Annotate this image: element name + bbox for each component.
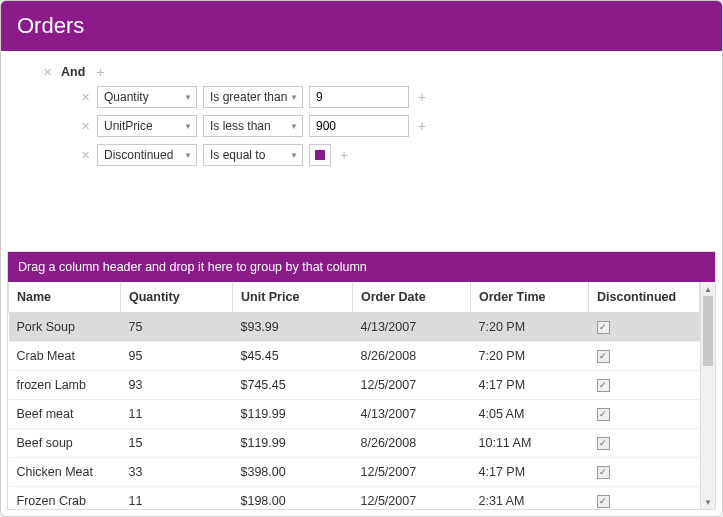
grid-area: Drag a column header and drop it here to… [7,251,716,510]
cell-discontinued[interactable]: ✓ [589,428,700,457]
group-operator-label[interactable]: And [61,65,85,79]
cell-discontinued[interactable]: ✓ [589,457,700,486]
vertical-scrollbar[interactable]: ▲ ▼ [700,282,715,509]
filter-condition-row: ✕UnitPrice▼Is less than▼+ [79,114,702,138]
cell-discontinued[interactable]: ✓ [589,341,700,370]
cell-name[interactable]: Beef soup [9,428,121,457]
cell-quantity[interactable]: 95 [121,341,233,370]
column-header[interactable]: Quantity [121,282,233,312]
color-swatch-icon [315,150,325,160]
remove-group-button[interactable]: ✕ [41,66,53,79]
cell-order-time[interactable]: 10:11 AM [471,428,589,457]
discontinued-checkbox[interactable]: ✓ [597,350,610,363]
chevron-down-icon: ▼ [184,151,192,160]
cell-unit-price[interactable]: $93.99 [233,312,353,341]
cell-order-date[interactable]: 8/26/2008 [353,341,471,370]
value-input[interactable] [309,86,409,108]
add-sibling-condition-button[interactable]: + [337,148,351,162]
column-header[interactable]: Name [9,282,121,312]
field-dropdown[interactable]: Quantity▼ [97,86,197,108]
cell-order-time[interactable]: 4:17 PM [471,457,589,486]
cell-discontinued[interactable]: ✓ [589,486,700,509]
cell-order-time[interactable]: 4:05 AM [471,399,589,428]
cell-name[interactable]: Crab Meat [9,341,121,370]
discontinued-checkbox[interactable]: ✓ [597,495,610,508]
field-dropdown-label: UnitPrice [104,119,153,133]
cell-quantity[interactable]: 11 [121,399,233,428]
cell-quantity[interactable]: 75 [121,312,233,341]
table-row[interactable]: Chicken Meat33$398.0012/5/20074:17 PM✓ [9,457,700,486]
scroll-down-button[interactable]: ▼ [701,495,715,509]
table-row[interactable]: Beef meat11$119.994/13/20074:05 AM✓ [9,399,700,428]
scroll-thumb[interactable] [703,296,713,366]
cell-discontinued[interactable]: ✓ [589,370,700,399]
cell-order-date[interactable]: 4/13/2007 [353,312,471,341]
filter-condition-row: ✕Quantity▼Is greater than▼+ [79,85,702,109]
add-sibling-condition-button[interactable]: + [415,90,429,104]
remove-condition-button[interactable]: ✕ [79,149,91,162]
cell-unit-price[interactable]: $119.99 [233,428,353,457]
column-header[interactable]: Unit Price [233,282,353,312]
table-row[interactable]: Crab Meat95$45.458/26/20087:20 PM✓ [9,341,700,370]
scroll-up-button[interactable]: ▲ [701,282,715,296]
chevron-down-icon: ▼ [290,151,298,160]
cell-discontinued[interactable]: ✓ [589,312,700,341]
group-by-panel[interactable]: Drag a column header and drop it here to… [8,252,715,282]
table-row[interactable]: Frozen Crab11$198.0012/5/20072:31 AM✓ [9,486,700,509]
operator-dropdown[interactable]: Is greater than▼ [203,86,303,108]
column-header[interactable]: Order Time [471,282,589,312]
cell-unit-price[interactable]: $745.45 [233,370,353,399]
operator-dropdown-label: Is equal to [210,148,265,162]
chevron-down-icon: ▼ [290,93,298,102]
table-row[interactable]: Pork Soup75$93.994/13/20077:20 PM✓ [9,312,700,341]
cell-order-time[interactable]: 7:20 PM [471,341,589,370]
cell-unit-price[interactable]: $198.00 [233,486,353,509]
cell-name[interactable]: Frozen Crab [9,486,121,509]
cell-order-date[interactable]: 4/13/2007 [353,399,471,428]
cell-name[interactable]: Beef meat [9,399,121,428]
value-color-picker[interactable] [309,144,331,166]
cell-order-date[interactable]: 12/5/2007 [353,457,471,486]
data-grid: NameQuantityUnit PriceOrder DateOrder Ti… [8,282,700,509]
operator-dropdown[interactable]: Is less than▼ [203,115,303,137]
discontinued-checkbox[interactable]: ✓ [597,466,610,479]
cell-quantity[interactable]: 93 [121,370,233,399]
discontinued-checkbox[interactable]: ✓ [597,379,610,392]
filter-root-row: ✕ And + [41,65,702,79]
chevron-down-icon: ▼ [290,122,298,131]
cell-name[interactable]: frozen Lamb [9,370,121,399]
cell-order-date[interactable]: 12/5/2007 [353,370,471,399]
chevron-down-icon: ▼ [184,93,192,102]
discontinued-checkbox[interactable]: ✓ [597,321,610,334]
field-dropdown[interactable]: UnitPrice▼ [97,115,197,137]
cell-name[interactable]: Chicken Meat [9,457,121,486]
table-row[interactable]: Beef soup15$119.998/26/200810:11 AM✓ [9,428,700,457]
column-header[interactable]: Order Date [353,282,471,312]
cell-order-time[interactable]: 2:31 AM [471,486,589,509]
cell-order-time[interactable]: 7:20 PM [471,312,589,341]
page-title: Orders [17,13,84,39]
remove-condition-button[interactable]: ✕ [79,91,91,104]
cell-quantity[interactable]: 11 [121,486,233,509]
cell-quantity[interactable]: 15 [121,428,233,457]
cell-unit-price[interactable]: $45.45 [233,341,353,370]
cell-name[interactable]: Pork Soup [9,312,121,341]
discontinued-checkbox[interactable]: ✓ [597,408,610,421]
cell-order-time[interactable]: 4:17 PM [471,370,589,399]
table-row[interactable]: frozen Lamb93$745.4512/5/20074:17 PM✓ [9,370,700,399]
add-sibling-condition-button[interactable]: + [415,119,429,133]
cell-unit-price[interactable]: $119.99 [233,399,353,428]
cell-discontinued[interactable]: ✓ [589,399,700,428]
operator-dropdown[interactable]: Is equal to▼ [203,144,303,166]
field-dropdown[interactable]: Discontinued▼ [97,144,197,166]
value-input[interactable] [309,115,409,137]
add-condition-button[interactable]: + [93,65,107,79]
discontinued-checkbox[interactable]: ✓ [597,437,610,450]
cell-quantity[interactable]: 33 [121,457,233,486]
remove-condition-button[interactable]: ✕ [79,120,91,133]
cell-order-date[interactable]: 12/5/2007 [353,486,471,509]
column-header[interactable]: Discontinued [589,282,700,312]
cell-order-date[interactable]: 8/26/2008 [353,428,471,457]
cell-unit-price[interactable]: $398.00 [233,457,353,486]
orders-window: Orders ✕ And + ✕Quantity▼Is greater than… [0,0,723,517]
